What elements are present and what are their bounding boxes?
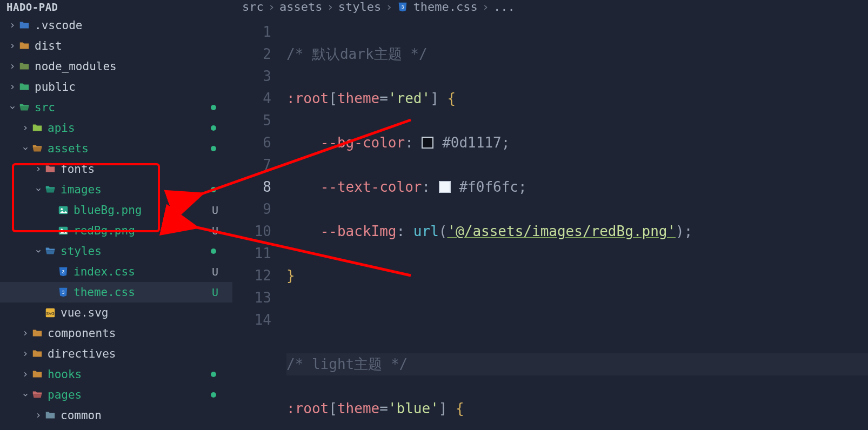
css-file-icon: 3 (57, 286, 69, 298)
folder-vscode[interactable]: .vscode (0, 15, 232, 36)
line-number: 7 (232, 154, 271, 176)
line-number: 2 (232, 43, 271, 65)
line-number: 8 (232, 176, 271, 198)
folder-styles[interactable]: styles (0, 241, 232, 261)
file-label: vue.svg (61, 306, 109, 319)
git-modified-dot-icon (211, 372, 216, 377)
folder-label: assets (48, 142, 89, 155)
file-redbg[interactable]: redBg.png U (0, 220, 232, 241)
breadcrumb-item[interactable]: src (242, 0, 264, 14)
git-status-letter: U (212, 204, 218, 217)
folder-label: dist (35, 39, 62, 52)
chevron-right-icon (8, 82, 17, 92)
git-modified-dot-icon (211, 146, 216, 151)
folder-pages[interactable]: pages (0, 385, 232, 405)
code-token: #f0f6fc (459, 179, 518, 195)
folder-label: node_modules (35, 60, 117, 73)
chevron-down-icon (21, 390, 30, 400)
breadcrumb-item[interactable]: assets (279, 0, 322, 14)
chevron-right-icon: › (268, 0, 275, 14)
code-token: --bg-color (321, 135, 405, 151)
image-file-icon (57, 204, 69, 216)
chevron-right-icon (21, 349, 30, 359)
folder-label: common (61, 409, 102, 422)
chevron-right-icon (21, 328, 30, 338)
breadcrumb-item[interactable]: ... (493, 0, 515, 14)
svg-text:SVG: SVG (46, 311, 55, 316)
code-token: #0d1117 (442, 135, 502, 151)
folder-public[interactable]: public (0, 77, 232, 97)
code-editor[interactable]: 1 2 3 4 5 6 7 8 9 10 11 12 13 14 /* 默认da… (232, 16, 868, 430)
folder-label: fonts (61, 163, 95, 176)
svg-text:3: 3 (62, 270, 65, 274)
line-number: 4 (232, 88, 271, 110)
folder-label: hooks (48, 368, 82, 381)
folder-label: .vscode (35, 19, 83, 32)
line-number: 12 (232, 265, 271, 287)
folder-common[interactable]: common (0, 405, 232, 426)
folder-apis[interactable]: apis (0, 118, 232, 138)
chevron-right-icon (21, 123, 30, 133)
folder-label: public (35, 80, 76, 93)
chevron-right-icon (8, 41, 17, 51)
folder-dist[interactable]: dist (0, 36, 232, 56)
file-bluebg[interactable]: blueBg.png U (0, 200, 232, 220)
folder-label: pages (48, 388, 82, 401)
folder-images[interactable]: images (0, 179, 232, 200)
folder-label: src (35, 101, 55, 114)
svg-text:3: 3 (62, 290, 65, 295)
folder-icon (31, 122, 43, 134)
file-label: blueBg.png (74, 204, 142, 217)
chevron-right-icon: › (326, 0, 333, 14)
code-token: --text-color (321, 179, 422, 195)
file-vue-svg[interactable]: SVG vue.svg (0, 303, 232, 323)
folder-icon (18, 61, 30, 72)
file-tree: .vscode dist node_modules public src a (0, 15, 232, 426)
git-status-letter: U (212, 265, 218, 278)
breadcrumb-item[interactable]: theme.css (413, 0, 477, 14)
file-label: redBg.png (74, 224, 135, 237)
css-file-icon: 3 (397, 1, 409, 13)
folder-icon (31, 368, 43, 380)
chevron-down-icon (21, 144, 30, 153)
folder-icon (18, 81, 30, 93)
folder-directives[interactable]: directives (0, 344, 232, 364)
line-number: 14 (232, 309, 271, 331)
svg-text:3: 3 (402, 4, 404, 9)
folder-fonts[interactable]: fonts (0, 159, 232, 179)
breadcrumb[interactable]: src › assets › styles › 3 theme.css › ..… (232, 0, 868, 16)
color-swatch-icon (422, 137, 433, 149)
line-number: 5 (232, 110, 271, 132)
code-token: theme (337, 90, 379, 106)
code-token: theme (337, 400, 379, 416)
code-content[interactable]: /* 默认dark主题 */ :root[theme='red'] { --bg… (286, 16, 868, 430)
code-token: } (286, 267, 295, 284)
file-label: theme.css (74, 286, 135, 299)
chevron-down-icon (34, 246, 43, 256)
image-file-icon (57, 225, 69, 237)
file-theme-css[interactable]: 3 theme.css U (0, 282, 232, 303)
line-number: 6 (232, 132, 271, 154)
line-number: 13 (232, 287, 271, 309)
file-index-css[interactable]: 3 index.css U (0, 261, 232, 282)
git-status-letter: U (212, 286, 218, 299)
file-label: index.css (74, 265, 135, 278)
project-title: HADO-PAD (0, 0, 232, 15)
git-modified-dot-icon (211, 248, 216, 254)
git-modified-dot-icon (211, 105, 216, 110)
line-gutter: 1 2 3 4 5 6 7 8 9 10 11 12 13 14 (232, 16, 286, 430)
chevron-right-icon (8, 62, 17, 71)
line-number: 3 (232, 65, 271, 88)
breadcrumb-item[interactable]: styles (338, 0, 381, 14)
folder-components[interactable]: components (0, 323, 232, 344)
folder-label: apis (48, 122, 75, 135)
code-token: { (456, 400, 464, 416)
chevron-down-icon (34, 185, 43, 194)
folder-open-icon (18, 102, 30, 113)
folder-label: styles (61, 245, 102, 258)
folder-node-modules[interactable]: node_modules (0, 56, 232, 77)
folder-src[interactable]: src (0, 97, 232, 118)
folder-label: components (48, 327, 116, 340)
folder-hooks[interactable]: hooks (0, 364, 232, 385)
folder-assets[interactable]: assets (0, 138, 232, 159)
